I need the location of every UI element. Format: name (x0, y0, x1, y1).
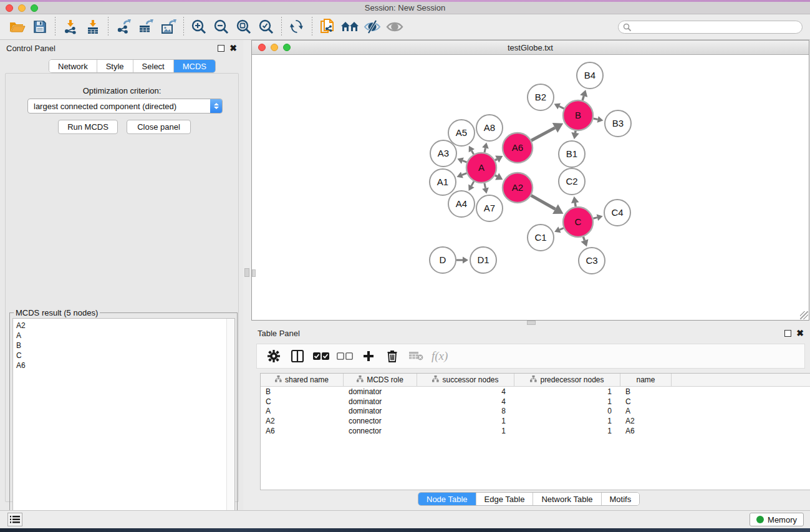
search-input[interactable] (618, 21, 803, 34)
node-D[interactable]: D (430, 247, 456, 273)
node-A6[interactable]: A6 (503, 133, 533, 163)
table-cell[interactable]: connector (344, 427, 417, 435)
delete-icon[interactable] (382, 346, 403, 366)
table-cell[interactable]: B (261, 387, 344, 396)
column-header-successor-nodes[interactable]: successor nodes (417, 374, 514, 386)
optimization-criterion-select[interactable]: largest connected component (directed) (27, 99, 223, 114)
column-header-name[interactable]: name (620, 374, 672, 386)
import-table-icon[interactable] (82, 16, 104, 37)
node-A5[interactable]: A5 (448, 120, 475, 146)
table-cell[interactable]: C (620, 397, 672, 406)
node-B3[interactable]: B3 (605, 110, 631, 137)
zoom-selected-icon[interactable] (255, 16, 277, 37)
table-cell[interactable]: 1 (514, 417, 620, 425)
tab-mcds[interactable]: MCDS (174, 60, 215, 72)
clipboard-network-icon[interactable] (316, 16, 339, 37)
open-session-icon[interactable] (6, 16, 29, 37)
table-row[interactable]: A2connector11A2 (261, 416, 810, 426)
table-cell[interactable]: 1 (417, 427, 514, 435)
node-B4[interactable]: B4 (577, 62, 603, 89)
select-all-icon[interactable] (311, 346, 332, 366)
result-item[interactable]: B (16, 341, 234, 351)
function-builder-icon[interactable]: f(x) (432, 349, 448, 363)
node-C4[interactable]: C4 (604, 200, 630, 226)
edge-B-B2[interactable] (554, 103, 564, 109)
edge-A-A4[interactable] (468, 181, 474, 191)
result-item[interactable]: A (16, 331, 234, 341)
edge-A-A3[interactable] (457, 158, 466, 164)
zoom-out-icon[interactable] (210, 16, 233, 37)
result-item[interactable]: A6 (16, 360, 234, 370)
node-A[interactable]: A (466, 153, 496, 183)
table-row[interactable]: A6connector11A6 (261, 426, 810, 436)
column-header-predecessor-nodes[interactable]: predecessor nodes (514, 374, 620, 386)
export-table-icon[interactable] (135, 16, 157, 37)
run-mcds-button[interactable]: Run MCDS (58, 120, 118, 134)
edge-B-B4[interactable] (580, 90, 587, 100)
tab-node-table[interactable]: Node Table (418, 493, 476, 505)
edge-C-C1[interactable] (554, 226, 564, 233)
table-cell[interactable]: A2 (261, 417, 344, 425)
zoom-fit-icon[interactable] (233, 16, 255, 37)
result-item[interactable]: A2 (16, 321, 234, 331)
close-panel-button[interactable]: Close panel (127, 120, 191, 134)
mcds-result-list[interactable]: A2 A B C A6 (12, 318, 235, 526)
table-cell[interactable]: A (261, 407, 344, 415)
edge-D-D1[interactable] (456, 257, 468, 264)
home-icon[interactable] (339, 16, 361, 37)
float-panel-icon[interactable] (218, 45, 224, 52)
table-cell[interactable]: A6 (620, 427, 672, 435)
column-icon[interactable] (287, 346, 308, 366)
close-panel-icon[interactable]: ✖ (229, 45, 237, 52)
table-row[interactable]: Adominator80A (261, 407, 810, 417)
task-history-button[interactable] (7, 513, 22, 526)
memory-button[interactable]: Memory (750, 513, 804, 526)
tab-motifs[interactable]: Motifs (602, 493, 640, 505)
edge-A-A1[interactable] (457, 172, 467, 178)
table-cell[interactable]: 0 (514, 407, 620, 415)
table-cell[interactable]: connector (344, 417, 417, 425)
node-B2[interactable]: B2 (528, 84, 554, 110)
delete-table-icon[interactable] (405, 346, 427, 366)
edge-B-B3[interactable] (593, 116, 603, 123)
result-item[interactable]: C (16, 351, 234, 360)
table-cell[interactable]: 8 (417, 407, 514, 415)
table-cell[interactable]: A6 (261, 427, 344, 435)
result-scrollbar[interactable] (226, 319, 234, 525)
edge-C-C2[interactable] (571, 196, 579, 207)
edge-B-B1[interactable] (571, 131, 579, 140)
close-table-panel-icon[interactable]: ✖ (796, 330, 804, 337)
window-resize-grip[interactable] (800, 311, 808, 319)
node-D1[interactable]: D1 (470, 247, 496, 273)
table-cell[interactable]: C (261, 397, 344, 406)
node-A3[interactable]: A3 (430, 140, 456, 167)
table-row[interactable]: Cdominator41C (261, 397, 810, 407)
table-cell[interactable]: 4 (417, 397, 514, 406)
edge-C-C4[interactable] (593, 214, 602, 221)
tab-style[interactable]: Style (97, 60, 133, 72)
table-cell[interactable]: 1 (514, 387, 620, 396)
edge-A6-B[interactable] (531, 123, 563, 140)
table-cell[interactable]: A (620, 407, 672, 415)
column-header-MCDS-role[interactable]: MCDS role (344, 374, 417, 386)
tab-select[interactable]: Select (133, 60, 174, 72)
table-cell[interactable]: 1 (417, 417, 514, 425)
horizontal-splitter-handle[interactable] (527, 321, 536, 325)
export-image-icon[interactable] (157, 16, 180, 37)
node-A1[interactable]: A1 (430, 169, 456, 195)
node-A4[interactable]: A4 (448, 191, 475, 217)
node-A7[interactable]: A7 (476, 195, 503, 221)
node-A8[interactable]: A8 (476, 115, 503, 141)
edge-C-C3[interactable] (581, 237, 589, 247)
export-network-icon[interactable] (112, 16, 135, 37)
hide-details-icon[interactable] (361, 16, 383, 37)
node-C[interactable]: C (563, 207, 593, 237)
deselect-all-icon[interactable] (334, 346, 355, 366)
edge-A2-C[interactable] (531, 195, 564, 214)
birds-eye-icon[interactable] (383, 16, 406, 37)
table-cell[interactable]: B (620, 387, 672, 396)
node-C2[interactable]: C2 (559, 168, 585, 195)
node-C1[interactable]: C1 (528, 225, 554, 251)
edge-A-A6[interactable] (495, 156, 503, 163)
edge-A-A5[interactable] (469, 146, 475, 154)
